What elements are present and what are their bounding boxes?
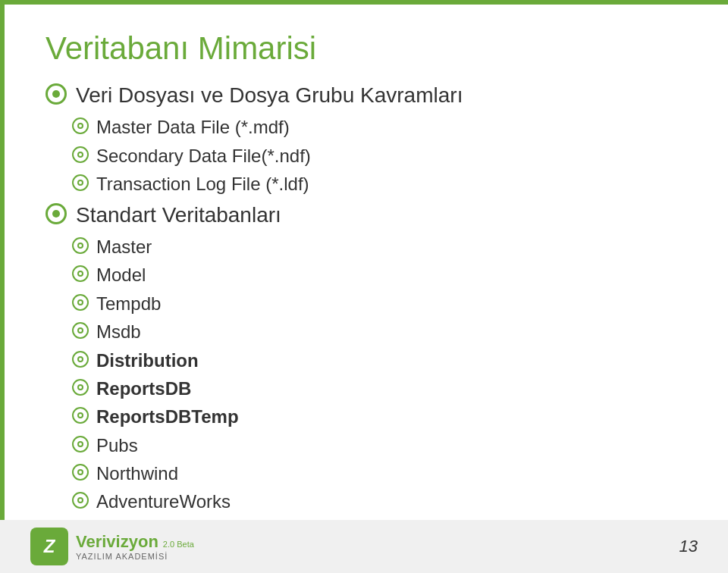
content-area: Veri Dosyası ve Dosya Grubu Kavramları M… — [38, 82, 690, 515]
slide-title: Veritabanı Mimarisi — [38, 30, 690, 67]
level2-bullet-s2i6 — [72, 379, 89, 396]
level2-text-s2i3: Tempdb — [96, 292, 161, 316]
level2-bullet-inner-s2i7 — [77, 412, 83, 418]
left-border — [0, 5, 5, 573]
level2-bullet-s2i8 — [72, 436, 89, 452]
level2-bullet-inner-s1i1 — [77, 123, 83, 129]
level2-bullet-s2i9 — [72, 464, 89, 481]
level2-item-s2i9: Northwind — [72, 462, 690, 486]
level2-item-s2i5: Distribution — [72, 349, 690, 373]
level2-item-s2i6: ReportsDB — [72, 377, 690, 401]
level2-text-s2i4: Msdb — [96, 320, 141, 344]
level1-item-2: Standart Veritabanları — [46, 202, 690, 229]
level2-item-s2i3: Tempdb — [72, 292, 690, 316]
level2-bullet-inner-s1i3 — [77, 180, 83, 186]
slide-container: Veritabanı Mimarisi Veri Dosyası ve Dosy… — [0, 0, 728, 573]
level1-bullet-2 — [46, 203, 67, 224]
level2-item-s2i7: ReportsDBTemp — [72, 405, 690, 429]
level2-text-s1i1: Master Data File (*.mdf) — [96, 115, 290, 139]
level2-item-s2i1: Master — [72, 235, 690, 259]
level2-bullet-inner-s2i4 — [77, 327, 83, 333]
level1-text-2: Standart Veritabanları — [76, 202, 281, 229]
level2-text-s2i7: ReportsDBTemp — [96, 405, 239, 429]
section-2: Standart Veritabanları Master Model — [46, 202, 690, 515]
level1-text-1: Veri Dosyası ve Dosya Grubu Kavramları — [76, 82, 463, 109]
top-border — [0, 0, 728, 5]
section-1: Veri Dosyası ve Dosya Grubu Kavramları M… — [46, 82, 690, 197]
level2-bullet-s1i1 — [72, 117, 89, 134]
level2-bullet-inner-s2i8 — [77, 441, 83, 447]
level2-text-s1i2: Secondary Data File(*.ndf) — [96, 144, 311, 168]
brand-name: Verivizyon — [76, 532, 158, 552]
level2-bullet-s2i3 — [72, 294, 89, 311]
level2-item-s1i3: Transaction Log File (*.ldf) — [72, 172, 690, 196]
level2-text-s2i9: Northwind — [96, 462, 178, 486]
level2-bullet-s2i10 — [72, 492, 89, 509]
logo-sublabel: YAZILIM AKADEMİSİ — [76, 552, 194, 561]
level2-bullet-inner-s2i10 — [77, 497, 83, 503]
level2-item-s2i8: Pubs — [72, 434, 690, 458]
level2-bullet-inner-s1i2 — [77, 152, 83, 158]
level2-bullet-inner-s2i3 — [77, 299, 83, 305]
section-1-subitems: Master Data File (*.mdf) Secondary Data … — [72, 115, 690, 196]
level2-bullet-s2i5 — [72, 351, 89, 368]
level2-bullet-inner-s2i2 — [77, 271, 83, 277]
footer-bar: Z Verivizyon 2.0 Beta YAZILIM AKADEMİSİ … — [0, 520, 728, 573]
level2-text-s2i6: ReportsDB — [96, 377, 191, 401]
level2-text-s2i10: AdventureWorks — [96, 490, 231, 514]
level2-item-s2i2: Model — [72, 263, 690, 287]
level2-bullet-inner-s2i9 — [77, 469, 83, 475]
logo-letter: Z — [44, 536, 55, 557]
page-number: 13 — [679, 537, 698, 556]
logo-version: 2.0 Beta — [163, 540, 194, 549]
level2-bullet-inner-s2i5 — [77, 356, 83, 362]
level2-bullet-inner-s2i6 — [77, 384, 83, 390]
logo-area: Z Verivizyon 2.0 Beta YAZILIM AKADEMİSİ — [30, 528, 194, 565]
level1-bullet-1 — [46, 83, 67, 105]
logo-text-area: Verivizyon 2.0 Beta YAZILIM AKADEMİSİ — [76, 532, 194, 561]
level2-item-s2i10: AdventureWorks — [72, 490, 690, 514]
section-2-subitems: Master Model Tempdb — [72, 235, 690, 515]
level2-text-s2i8: Pubs — [96, 434, 138, 458]
level2-bullet-s1i3 — [72, 174, 89, 191]
logo-icon: Z — [30, 528, 68, 565]
level2-item-s1i1: Master Data File (*.mdf) — [72, 115, 690, 139]
level2-item-s1i2: Secondary Data File(*.ndf) — [72, 144, 690, 168]
level2-text-s1i3: Transaction Log File (*.ldf) — [96, 172, 309, 196]
level2-bullet-s2i2 — [72, 265, 89, 282]
level2-text-s2i2: Model — [96, 263, 146, 287]
level2-text-s2i5: Distribution — [96, 349, 199, 373]
level2-bullet-inner-s2i1 — [77, 243, 83, 249]
level2-item-s2i4: Msdb — [72, 320, 690, 344]
level2-bullet-s2i7 — [72, 407, 89, 424]
level2-bullet-s1i2 — [72, 146, 89, 163]
level2-bullet-s2i1 — [72, 237, 89, 254]
level1-item-1: Veri Dosyası ve Dosya Grubu Kavramları — [46, 82, 690, 109]
level2-text-s2i1: Master — [96, 235, 152, 259]
level2-bullet-s2i4 — [72, 322, 89, 339]
